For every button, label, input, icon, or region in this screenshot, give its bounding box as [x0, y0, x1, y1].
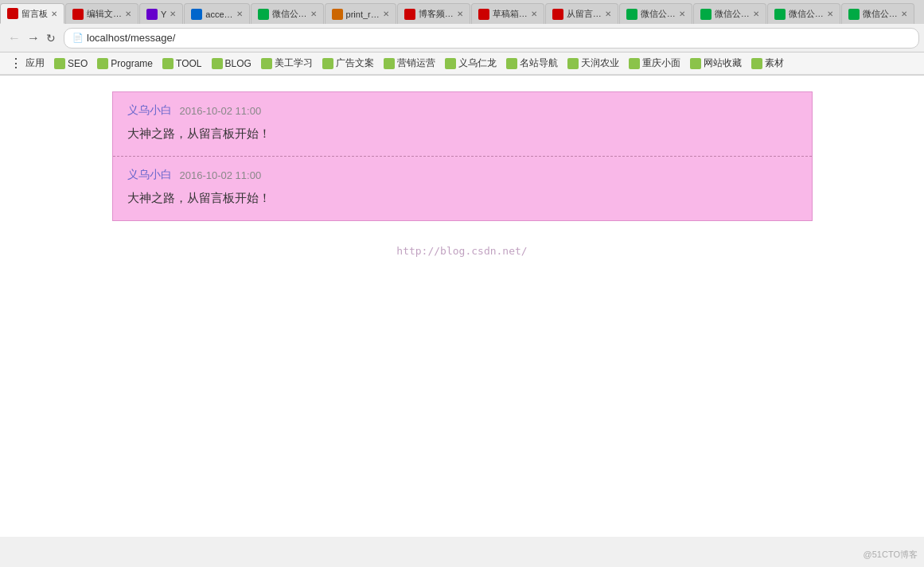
tab-favicon — [552, 9, 563, 20]
tab-close-button[interactable]: ✕ — [827, 10, 833, 18]
browser-tab[interactable]: 微信公… ✕ — [767, 3, 840, 24]
tab-label: 微信公… — [641, 8, 676, 20]
page-content: 义乌小白 2016-10-02 11:00 大神之路，从留言板开始！ 义乌小白 … — [0, 76, 924, 537]
browser-tab[interactable]: 草稿箱… ✕ — [471, 3, 544, 24]
browser-tab[interactable]: 博客频… ✕ — [397, 3, 470, 24]
reload-button[interactable]: ↻ — [43, 31, 59, 45]
url-text: localhost/message/ — [87, 32, 175, 44]
tab-label: 草稿箱… — [493, 8, 528, 20]
tab-label: 微信公… — [272, 8, 307, 20]
message-author[interactable]: 义乌小白 — [127, 103, 172, 118]
bookmark-label: 广告文案 — [336, 56, 374, 70]
message-time: 2016-10-02 11:00 — [180, 105, 262, 117]
tab-label: print_r… — [346, 10, 380, 19]
bookmark-icon — [162, 58, 173, 69]
tab-close-button[interactable]: ✕ — [605, 10, 611, 18]
bookmark-item[interactable]: 名站导航 — [501, 55, 563, 72]
tab-label: 留言板 — [21, 8, 48, 20]
browser-tab[interactable]: 微信公… ✕ — [619, 3, 692, 24]
bookmark-item[interactable]: 义乌仁龙 — [440, 55, 501, 72]
bookmark-icon — [212, 58, 223, 69]
bookmark-icon — [97, 58, 108, 69]
bookmark-item[interactable]: 美工学习 — [256, 55, 318, 72]
browser-tab[interactable]: 从留言… ✕ — [545, 3, 618, 24]
message-header: 义乌小白 2016-10-02 11:00 — [127, 168, 797, 182]
back-button[interactable]: ← — [5, 30, 24, 46]
tab-close-button[interactable]: ✕ — [531, 10, 537, 18]
tab-favicon — [478, 9, 489, 20]
bookmark-label: 美工学习 — [275, 56, 313, 70]
browser-tab[interactable]: Y ✕ — [139, 3, 183, 24]
tab-close-button[interactable]: ✕ — [383, 10, 389, 18]
tab-bar: 留言板 ✕ 编辑文… ✕ Y ✕ acce… ✕ 微信公… ✕ print_r…… — [0, 0, 924, 24]
bookmark-label: 营销运营 — [397, 56, 435, 70]
bookmark-icon — [54, 58, 65, 69]
browser-tab[interactable]: 微信公… ✕ — [693, 3, 766, 24]
tab-close-button[interactable]: ✕ — [901, 10, 907, 18]
tab-label: 编辑文… — [87, 8, 122, 20]
bookmark-item[interactable]: 素材 — [747, 55, 789, 72]
bookmarks-bar: ⋮应用SEOProgrameTOOLBLOG美工学习广告文案营销运营义乌仁龙名站… — [0, 52, 924, 75]
url-box[interactable]: 📄 localhost/message/ — [64, 28, 919, 49]
tab-close-button[interactable]: ✕ — [457, 10, 463, 18]
tab-favicon — [146, 9, 158, 20]
browser-tab[interactable]: 留言板 ✕ — [0, 3, 64, 24]
bookmark-label: 义乌仁龙 — [458, 56, 497, 70]
bookmark-label: BLOG — [225, 58, 251, 69]
tab-label: 微信公… — [863, 8, 898, 20]
tab-label: acce… — [205, 10, 232, 19]
browser-tab[interactable]: 微信公… ✕ — [841, 3, 914, 24]
message-box: 义乌小白 2016-10-02 11:00 大神之路，从留言板开始！ 义乌小白 … — [112, 91, 813, 221]
tab-favicon — [258, 9, 269, 20]
bookmark-item[interactable]: 重庆小面 — [624, 55, 685, 72]
bookmark-item[interactable]: TOOL — [158, 56, 206, 71]
bookmark-icon — [629, 58, 640, 69]
tab-close-button[interactable]: ✕ — [170, 10, 176, 18]
message-author[interactable]: 义乌小白 — [127, 168, 172, 182]
tab-close-button[interactable]: ✕ — [679, 10, 685, 18]
tab-close-button[interactable]: ✕ — [753, 10, 759, 18]
bookmark-item[interactable]: 广告文案 — [318, 55, 379, 72]
bookmark-item[interactable]: 天润农业 — [563, 55, 624, 72]
bookmark-item[interactable]: 网站收藏 — [685, 55, 747, 72]
footer-text: http://blog.csdn.net/ — [396, 245, 527, 257]
tab-close-button[interactable]: ✕ — [51, 10, 57, 18]
page-icon: 📄 — [72, 33, 84, 43]
tab-label: 微信公… — [715, 8, 750, 20]
tab-label: 从留言… — [567, 8, 602, 20]
tab-close-button[interactable]: ✕ — [310, 10, 317, 18]
bookmark-label: TOOL — [176, 58, 201, 69]
message-item: 义乌小白 2016-10-02 11:00 大神之路，从留言板开始！ — [113, 92, 812, 156]
message-item: 义乌小白 2016-10-02 11:00 大神之路，从留言板开始！ — [113, 156, 812, 220]
bookmark-icon — [567, 58, 579, 69]
forward-button[interactable]: → — [24, 30, 43, 46]
browser-tab[interactable]: print_r… ✕ — [325, 3, 396, 24]
bookmark-label: 网站收藏 — [704, 56, 742, 70]
message-time: 2016-10-02 11:00 — [180, 169, 262, 181]
bookmark-label: Programe — [111, 58, 153, 69]
bookmark-item[interactable]: SEO — [49, 56, 92, 71]
message-content: 大神之路，从留言板开始！ — [127, 188, 797, 208]
bookmark-item[interactable]: 营销运营 — [379, 55, 440, 72]
apps-button[interactable]: ⋮应用 — [5, 54, 49, 72]
bookmark-label: SEO — [68, 58, 88, 69]
bookmark-item[interactable]: BLOG — [207, 56, 256, 71]
message-header: 义乌小白 2016-10-02 11:00 — [127, 103, 797, 118]
browser-tab[interactable]: 微信公… ✕ — [251, 3, 324, 24]
bookmark-icon — [384, 58, 395, 69]
bookmark-icon — [322, 58, 333, 69]
tab-close-button[interactable]: ✕ — [125, 10, 131, 18]
apps-label: 应用 — [25, 56, 45, 70]
bookmark-label: 重庆小面 — [642, 56, 680, 70]
tab-close-button[interactable]: ✕ — [236, 10, 243, 18]
tab-label: 博客频… — [419, 8, 454, 20]
bookmark-icon — [261, 58, 272, 69]
tab-label: 微信公… — [789, 8, 824, 20]
bookmark-item[interactable]: Programe — [92, 56, 158, 71]
tab-favicon — [332, 9, 343, 20]
browser-tab[interactable]: 编辑文… ✕ — [65, 3, 138, 24]
bookmark-icon — [445, 58, 456, 69]
tab-favicon — [848, 9, 860, 20]
tab-favicon — [774, 9, 786, 20]
browser-tab[interactable]: acce… ✕ — [184, 3, 249, 24]
